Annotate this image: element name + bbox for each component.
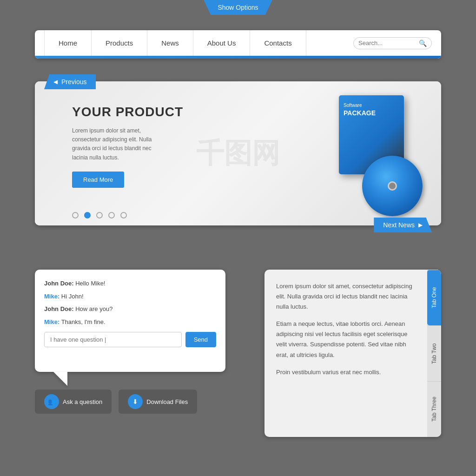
chat-sender-4: Mike:: [44, 318, 60, 325]
download-files-button[interactable]: ⬇ Download Files: [119, 390, 197, 414]
next-label: Next News: [383, 221, 415, 229]
tab-one-button[interactable]: Tab One: [427, 270, 441, 325]
download-label: Download Files: [146, 398, 188, 405]
cd-disc: [362, 156, 423, 216]
chat-text-1: Hello Mike!: [75, 280, 105, 287]
search-box: 🔍: [353, 37, 432, 49]
dot-2[interactable]: [84, 212, 91, 218]
tab-paragraph-2: Etiam a neque lectus, vitae lobortis orc…: [276, 319, 416, 360]
next-news-button[interactable]: Next News: [374, 218, 432, 232]
ask-icon: 👥: [44, 394, 59, 409]
slider-inner: 千图网 YOUR PRODUCT Lorem ipsum dolor sit a…: [35, 81, 441, 225]
chat-text-3: How are you?: [75, 305, 112, 312]
slider-section: Previous 千图网 YOUR PRODUCT Lorem ipsum do…: [35, 81, 441, 225]
nav-item-home[interactable]: Home: [44, 30, 92, 56]
chat-msg-2: Mike: Hi John!: [44, 292, 216, 301]
nav-item-contacts[interactable]: Contacts: [250, 30, 306, 56]
read-more-button[interactable]: Read More: [72, 172, 124, 188]
chat-msg-1: John Doe: Hello Mike!: [44, 279, 216, 288]
nav-item-about[interactable]: About Us: [193, 30, 251, 56]
product-content: YOUR PRODUCT Lorem ipsum dolor sit amet,…: [72, 105, 183, 188]
navigation-bar: Home Products News About Us Contacts 🔍: [35, 30, 441, 59]
chat-bubble-tail: [53, 372, 67, 386]
search-icon[interactable]: 🔍: [419, 40, 427, 47]
tab-sidebar: Tab One Tab Two Tab Three: [427, 270, 441, 437]
show-options-button[interactable]: Show Options: [204, 0, 272, 15]
dot-1[interactable]: [72, 212, 79, 218]
ask-question-button[interactable]: 👥 Ask a question: [35, 390, 112, 414]
previous-button[interactable]: Previous: [44, 74, 96, 89]
tab-content-area: Lorem ipsum dolor sit amet, consectetur …: [264, 270, 427, 437]
nav-item-products[interactable]: Products: [92, 30, 147, 56]
send-button[interactable]: Send: [185, 332, 216, 347]
slider-dots: [72, 212, 127, 218]
chat-sender-2: Mike:: [44, 293, 60, 300]
nav-item-news[interactable]: News: [147, 30, 193, 56]
chat-msg-4: Mike: Thanks, I'm fine.: [44, 317, 216, 327]
prev-label: Previous: [61, 78, 86, 86]
tab-paragraph-3: Proin vestibulum varius erat nec mollis.: [276, 367, 416, 377]
software-box-label: Software PACKAGE: [344, 102, 376, 118]
tab-paragraph-1: Lorem ipsum dolor sit amet, consectetur …: [276, 281, 416, 312]
ask-label: Ask a question: [63, 398, 102, 405]
download-icon: ⬇: [128, 394, 143, 409]
chat-msg-3: John Doe: How are you?: [44, 304, 216, 314]
product-description: Lorem ipsum dolor sit amet, consectetur …: [72, 126, 165, 162]
chat-sender-3: John Doe:: [44, 305, 74, 312]
cd-hole: [388, 181, 397, 191]
chat-sender-1: John Doe:: [44, 280, 74, 287]
nav-items: Home Products News About Us Contacts: [44, 30, 353, 56]
dot-5[interactable]: [120, 212, 127, 218]
chat-box: John Doe: Hello Mike! Mike: Hi John! Joh…: [35, 270, 225, 372]
dot-3[interactable]: [96, 212, 103, 218]
chat-text-4: Thanks, I'm fine.: [61, 318, 106, 325]
dot-4[interactable]: [108, 212, 115, 218]
watermark: 千图网: [196, 135, 280, 172]
nav-accent-bar: [35, 56, 441, 59]
tab-two-button[interactable]: Tab Two: [427, 325, 441, 381]
chat-input-area: Send: [44, 332, 216, 347]
product-title: YOUR PRODUCT: [72, 105, 183, 119]
software-label-line1: Software: [344, 102, 376, 109]
chat-section: John Doe: Hello Mike! Mike: Hi John! Joh…: [35, 270, 225, 414]
search-input[interactable]: [358, 40, 419, 46]
chat-action-buttons: 👥 Ask a question ⬇ Download Files: [35, 390, 225, 414]
tab-three-button[interactable]: Tab Three: [427, 381, 441, 437]
chat-text-2: Hi John!: [61, 293, 84, 300]
software-label-line2: PACKAGE: [344, 109, 376, 118]
chat-input[interactable]: [44, 332, 182, 347]
tab-section: Lorem ipsum dolor sit amet, consectetur …: [264, 270, 441, 437]
